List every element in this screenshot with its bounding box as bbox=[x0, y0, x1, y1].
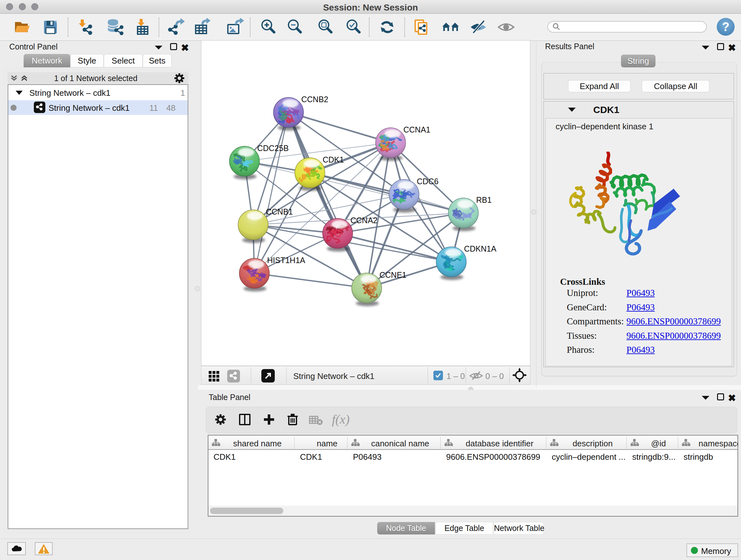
svg-text:CCNA1: CCNA1 bbox=[403, 125, 430, 134]
svg-text:CCNA2: CCNA2 bbox=[350, 216, 378, 225]
svg-text:CDKN1A: CDKN1A bbox=[464, 244, 496, 253]
svg-text:CDC25B: CDC25B bbox=[257, 144, 289, 152]
svg-text:CDC6: CDC6 bbox=[417, 177, 439, 186]
svg-text:CCNE1: CCNE1 bbox=[380, 270, 407, 279]
svg-text:RB1: RB1 bbox=[476, 195, 492, 204]
svg-text:CCNB2: CCNB2 bbox=[301, 95, 328, 104]
svg-text:HIST1H1A: HIST1H1A bbox=[267, 256, 306, 265]
svg-text:CDK1: CDK1 bbox=[323, 155, 344, 164]
svg-text:CCNB1: CCNB1 bbox=[266, 207, 293, 216]
